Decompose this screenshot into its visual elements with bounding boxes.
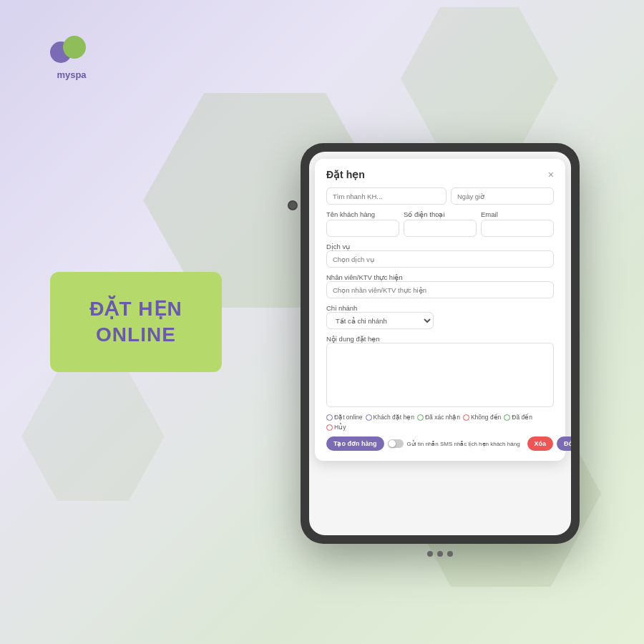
sms-toggle-wrap [388,439,404,448]
sms-label: Gửi tin nhắn SMS nhắc lịch hẹn khách hàn… [407,441,520,447]
status-radio-huy[interactable] [326,424,333,431]
status-label-huy: Hủy [334,424,346,431]
home-dot-2 [437,551,443,557]
detection-text: Too don hong [533,530,572,537]
modal-header: Đặt hẹn × [326,169,554,180]
customer-name-field: Tên khách hàng [326,210,399,237]
status-khong-den: Không đến [463,414,501,421]
home-dot-3 [447,551,453,557]
customer-name-input[interactable] [326,220,399,237]
modal-title: Đặt hẹn [326,169,365,180]
staff-input[interactable] [326,281,554,298]
tablet-device: Đặt hẹn × Tên khách hàng Số điện thoại [301,143,601,558]
logo-text: myspa [57,69,86,80]
status-dat-online: Đặt online [326,414,363,421]
date-input[interactable] [451,187,554,205]
status-radio-da-xac-nhan[interactable] [417,414,424,421]
sms-toggle[interactable] [388,439,404,448]
search-customer-input[interactable] [326,187,447,205]
status-label-khong-den: Không đến [471,414,501,421]
status-label-da-xac-nhan: Đã xác nhận [425,414,460,421]
close-button[interactable]: Đóng [557,436,571,451]
status-label-da-den: Đã đến [512,414,532,421]
tablet-screen: Đặt hẹn × Tên khách hàng Số điện thoại [309,152,571,535]
tablet-outer: Đặt hẹn × Tên khách hàng Số điện thoại [301,143,580,544]
status-radio-khach-dat-hen[interactable] [366,414,372,421]
notes-section: Nội dung đặt hẹn [326,334,554,409]
branch-section: Chi nhánh Tất cả chi nhánh [326,303,554,329]
email-label: Email [481,210,554,218]
service-input[interactable] [326,250,554,268]
logo: myspa [50,36,93,80]
status-radio-dat-online[interactable] [326,414,333,421]
create-order-button[interactable]: Tạo đơn hàng [326,436,384,451]
search-row [326,187,554,205]
email-field: Email [481,210,554,237]
status-huy: Hủy [326,424,346,431]
status-radio-khong-den[interactable] [463,414,469,421]
tablet-camera [288,200,298,210]
staff-section: Nhân viên/KTV thực hiện [326,273,554,298]
toggle-thumb [389,440,396,447]
modal-close-button[interactable]: × [548,169,554,180]
branch-select[interactable]: Tất cả chi nhánh [326,312,434,329]
service-section: Dịch vụ [326,242,554,268]
service-label: Dịch vụ [326,243,350,250]
hero-text: ĐẶT HẸN ONLINE [89,296,182,348]
action-row: Tạo đơn hàng Gửi tin nhắn SMS nhắc lịch … [326,436,554,451]
tablet-home-indicator [427,551,453,557]
status-da-xac-nhan: Đã xác nhận [417,414,460,421]
delete-button[interactable]: Xóa [527,436,554,451]
branch-label: Chi nhánh [326,304,357,312]
status-da-den: Đã đến [504,414,532,421]
notes-label: Nội dung đặt hẹn [326,335,380,343]
email-input[interactable] [481,220,554,237]
logo-circle-green [63,36,86,59]
home-dot-1 [427,551,433,557]
hero-label-box: ĐẶT HẸN ONLINE [50,272,222,372]
phone-field: Số điện thoại [404,210,477,237]
customer-name-label: Tên khách hàng [326,210,399,218]
phone-label: Số điện thoại [404,210,477,218]
logo-icon [50,36,93,68]
phone-input[interactable] [404,220,477,237]
status-row: Đặt online Khách đặt hẹn Đã xác nhận Khô… [326,414,554,431]
notes-textarea[interactable] [326,343,554,407]
status-khach-dat-hen: Khách đặt hẹn [366,414,414,421]
status-radio-da-den[interactable] [504,414,510,421]
customer-info-row: Tên khách hàng Số điện thoại Email [326,210,554,237]
staff-label: Nhân viên/KTV thực hiện [326,273,403,281]
booking-modal: Đặt hẹn × Tên khách hàng Số điện thoại [315,159,565,461]
status-label-khach-dat-hen: Khách đặt hẹn [374,414,414,421]
status-label-dat-online: Đặt online [334,414,363,421]
